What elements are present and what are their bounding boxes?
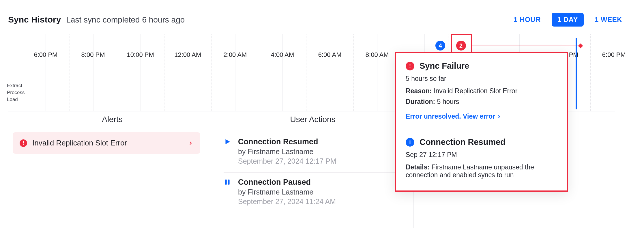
time-tick: 4:00 AM bbox=[271, 51, 294, 59]
details-label: Details: bbox=[406, 163, 430, 171]
svg-rect-0 bbox=[225, 180, 226, 184]
row-label-process: Process bbox=[7, 89, 25, 96]
time-tick: 12:00 AM bbox=[174, 51, 201, 59]
alerts-title: Alerts bbox=[24, 115, 200, 124]
callout-line bbox=[472, 46, 580, 46]
time-tick: 6:00 AM bbox=[318, 51, 342, 59]
badge-count: 4 bbox=[439, 42, 442, 49]
alert-text: Invalid Replication Slot Error bbox=[32, 139, 127, 147]
chevron-right-icon bbox=[497, 114, 501, 119]
alerts-column: Alerts ! Invalid Replication Slot Error bbox=[13, 113, 212, 228]
row-label-load: Load bbox=[7, 96, 25, 103]
popover-section-failure: ! Sync Failure 5 hours so far Reason: In… bbox=[396, 53, 567, 129]
link-text: Error unresolved. View error bbox=[406, 113, 495, 120]
popover-head: i Connection Resumed bbox=[406, 137, 557, 147]
error-icon: ! bbox=[406, 62, 414, 70]
action-date: September 27, 2024 11:24 AM bbox=[238, 197, 402, 206]
popover-details-row: Details: Firstname Lastname unpaused the… bbox=[406, 163, 557, 179]
time-tick: 8:00 AM bbox=[366, 51, 389, 59]
tab-1hour[interactable]: 1 HOUR bbox=[508, 13, 546, 27]
play-icon bbox=[224, 137, 232, 165]
row-label-extract: Extract bbox=[7, 82, 25, 89]
action-item[interactable]: Connection Resumed by Firstname Lastname… bbox=[224, 132, 402, 173]
action-date: September 27, 2024 12:17 PM bbox=[238, 157, 402, 165]
alert-card[interactable]: ! Invalid Replication Slot Error bbox=[13, 132, 200, 154]
current-time-marker bbox=[576, 38, 577, 109]
time-tick: 2:00 AM bbox=[224, 51, 247, 59]
time-tick: 8:00 PM bbox=[81, 51, 105, 59]
time-tick: 6:00 PM bbox=[34, 51, 57, 59]
popover-subtitle: Sep 27 12:17 PM bbox=[406, 151, 557, 159]
page-header: Sync History Last sync completed 6 hours… bbox=[0, 0, 644, 27]
action-title: Connection Paused bbox=[238, 178, 402, 187]
action-subtitle: by Firstname Lastname bbox=[238, 147, 402, 156]
time-tick: 10:00 PM bbox=[127, 51, 154, 59]
reason-value: Invalid Replication Slot Error bbox=[434, 87, 517, 95]
reason-label: Reason: bbox=[406, 87, 432, 95]
pause-icon bbox=[224, 178, 232, 206]
popover-head: ! Sync Failure bbox=[406, 61, 557, 71]
alert-card-left: ! Invalid Replication Slot Error bbox=[20, 139, 127, 147]
actions-title: User Actions bbox=[224, 115, 402, 124]
event-detail-popover: ! Sync Failure 5 hours so far Reason: In… bbox=[395, 52, 568, 192]
action-item[interactable]: Connection Paused by Firstname Lastname … bbox=[224, 173, 402, 213]
time-range-tabs: 1 HOUR 1 DAY 1 WEEK bbox=[508, 13, 636, 27]
info-icon: i bbox=[406, 138, 414, 147]
tab-1week[interactable]: 1 WEEK bbox=[589, 13, 628, 27]
time-tick: 6:00 PM bbox=[602, 51, 626, 59]
page-title: Sync History bbox=[8, 15, 61, 25]
event-badge-info[interactable]: 4 bbox=[435, 41, 445, 51]
svg-rect-1 bbox=[228, 180, 229, 184]
popover-reason-row: Reason: Invalid Replication Slot Error bbox=[406, 87, 557, 95]
duration-value: 5 hours bbox=[437, 98, 459, 105]
action-title: Connection Resumed bbox=[238, 137, 402, 146]
tab-1day[interactable]: 1 DAY bbox=[552, 13, 584, 27]
row-labels: Extract Process Load bbox=[7, 82, 25, 103]
actions-column: User Actions Connection Resumed by First… bbox=[212, 113, 414, 228]
page-subtitle: Last sync completed 6 hours ago bbox=[66, 15, 185, 25]
action-subtitle: by Firstname Lastname bbox=[238, 188, 402, 196]
view-error-link[interactable]: Error unresolved. View error bbox=[406, 113, 501, 120]
duration-label: Duration: bbox=[406, 98, 435, 105]
header-left: Sync History Last sync completed 6 hours… bbox=[8, 15, 185, 25]
error-icon: ! bbox=[20, 139, 27, 147]
chevron-right-icon bbox=[188, 141, 193, 146]
popover-section-resumed: i Connection Resumed Sep 27 12:17 PM Det… bbox=[396, 129, 567, 190]
popover-duration-row: Duration: 5 hours bbox=[406, 98, 557, 106]
popover-subtitle: 5 hours so far bbox=[406, 75, 557, 83]
popover-title: Sync Failure bbox=[420, 61, 469, 71]
popover-title: Connection Resumed bbox=[420, 137, 506, 147]
